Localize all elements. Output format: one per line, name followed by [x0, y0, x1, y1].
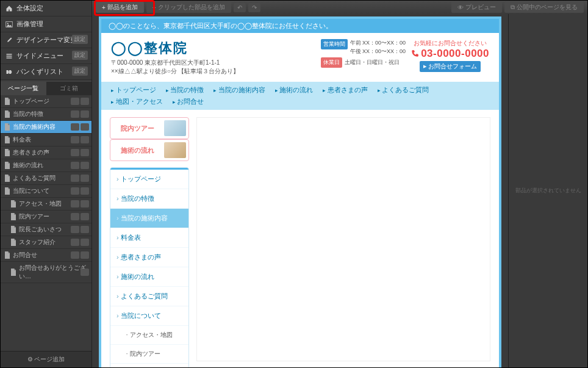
add-part-button[interactable]: +部品を追加 [96, 2, 144, 13]
site-canvas: ◯◯のことなら、東京都千代田区大手町の◯◯整体院にお任せください。 ◯◯整体院 … [99, 16, 501, 367]
main-area: +部品を追加 +クリップした部品を追加 ↶ ↷ 👁プレビュー ⧉公開中のページを… [92, 1, 587, 367]
toolbar: +部品を追加 +クリップした部品を追加 ↶ ↷ 👁プレビュー ⧉公開中のページを… [92, 1, 587, 14]
home-icon [5, 5, 13, 12]
page-settings-button[interactable] [71, 162, 79, 169]
page-item[interactable]: よくあるご質問 [1, 172, 91, 185]
side-menu-item[interactable]: 当院について [110, 306, 188, 326]
page-edit-button[interactable] [81, 136, 89, 143]
page-item[interactable]: 施術の流れ [1, 159, 91, 172]
main-content-area [196, 117, 490, 361]
page-settings-button[interactable] [71, 175, 79, 182]
page-item[interactable]: 院内ツアー [1, 211, 91, 223]
page-edit-button[interactable] [81, 226, 89, 233]
page-icon [4, 149, 10, 156]
canvas-scroll[interactable]: ◯◯のことなら、東京都千代田区大手町の◯◯整体院にお任せください。 ◯◯整体院 … [92, 14, 508, 367]
gnav-item[interactable]: トップページ [107, 85, 160, 95]
nav-label: 画像管理 [16, 20, 43, 29]
feature-label: 院内ツアー [113, 124, 162, 133]
nav-item-0[interactable]: 全体設定 [1, 1, 91, 16]
side-menu-item[interactable]: 院内ツアー [110, 345, 188, 364]
view-public-button[interactable]: ⧉公開中のページを見る [504, 2, 584, 13]
page-item[interactable]: 料金表 [1, 134, 91, 146]
page-add-button[interactable]: ページ追加 [1, 351, 91, 367]
page-edit-button[interactable] [81, 187, 89, 195]
page-edit-button[interactable] [81, 98, 89, 105]
undo-icon: ↶ [237, 4, 242, 11]
gnav-item[interactable]: お問合せ [169, 97, 208, 106]
side-menu-item[interactable]: 院長ごあいさつ [110, 364, 188, 367]
page-settings-button[interactable] [71, 123, 79, 131]
nav-item-3[interactable]: サイドメニュー設定 [1, 48, 91, 64]
page-edit-button[interactable] [81, 110, 89, 118]
page-settings-button[interactable] [71, 136, 79, 143]
side-menu-item[interactable]: アクセス・地図 [110, 326, 188, 345]
nav-item-1[interactable]: 画像管理 [1, 16, 91, 32]
side-menu-item[interactable]: 患者さまの声 [110, 248, 188, 267]
page-item[interactable]: 当院の施術内容 [1, 121, 91, 134]
page-edit-button[interactable] [81, 123, 89, 131]
page-item[interactable]: トップページ [1, 95, 91, 108]
page-settings-button[interactable] [71, 110, 79, 118]
plus-icon: + [102, 4, 106, 11]
preview-button[interactable]: 👁プレビュー [451, 2, 502, 13]
nav-item-4[interactable]: パンくずリスト設定 [1, 64, 91, 80]
page-item[interactable]: 当院について [1, 185, 91, 198]
page-settings-button[interactable] [71, 200, 79, 207]
nav-badge[interactable]: 設定 [72, 67, 88, 76]
page-edit-button[interactable] [81, 239, 89, 246]
page-item[interactable]: 院長ごあいさつ [1, 223, 91, 236]
redo-button[interactable]: ↷ [248, 3, 260, 12]
gnav-item[interactable]: 当院の施術内容 [210, 85, 269, 95]
page-label: 患者さまの声 [13, 148, 49, 157]
page-settings-button[interactable] [71, 149, 79, 156]
page-icon [10, 200, 16, 207]
page-settings-button[interactable] [71, 251, 79, 259]
nav-badge[interactable]: 設定 [72, 35, 88, 44]
svg-point-1 [7, 23, 9, 24]
page-tabs: ページ一覧 ゴミ箱 [1, 81, 91, 95]
page-settings-button[interactable] [71, 98, 79, 105]
page-label: 当院の特徴 [13, 110, 43, 118]
tab-pages[interactable]: ページ一覧 [1, 81, 46, 95]
page-icon [4, 98, 10, 105]
gnav-item[interactable]: 施術の流れ [271, 85, 317, 95]
gnav-item[interactable]: 地図・アクセス [107, 97, 167, 106]
nav-item-2[interactable]: デザインテーマ変更設定 [1, 32, 91, 48]
page-item[interactable]: 当院の特徴 [1, 108, 91, 121]
page-icon [4, 187, 10, 195]
page-item[interactable]: 患者さまの声 [1, 146, 91, 159]
page-edit-button[interactable] [81, 200, 89, 207]
side-menu-item[interactable]: 施術の流れ [110, 267, 188, 287]
page-item[interactable]: アクセス・地図 [1, 198, 91, 211]
side-menu-item[interactable]: 当院の施術内容 [110, 209, 188, 228]
nav-badge[interactable]: 設定 [72, 51, 88, 60]
page-icon [4, 136, 10, 143]
page-settings-button[interactable] [71, 239, 79, 246]
page-edit-button[interactable] [81, 269, 89, 276]
add-clipped-button[interactable]: +クリップした部品を追加 [146, 2, 231, 13]
side-menu-item[interactable]: よくあるご質問 [110, 287, 188, 306]
gnav-item[interactable]: 当院の特徴 [162, 85, 208, 95]
undo-button[interactable]: ↶ [234, 3, 246, 12]
side-menu-item[interactable]: 料金表 [110, 228, 188, 248]
page-settings-button[interactable] [71, 226, 79, 233]
page-settings-button[interactable] [71, 187, 79, 195]
page-edit-button[interactable] [81, 213, 89, 220]
page-item[interactable]: スタッフ紹介 [1, 236, 91, 249]
page-item[interactable]: お問合せありがとうござい… [1, 262, 91, 283]
feature-card[interactable]: 院内ツアー [110, 117, 189, 139]
feature-card[interactable]: 施術の流れ [110, 139, 189, 161]
tab-trash[interactable]: ゴミ箱 [46, 81, 92, 95]
page-item[interactable]: お問合せ [1, 249, 91, 262]
page-icon [4, 110, 10, 118]
inquiry-button[interactable]: お問合せフォーム [420, 61, 481, 72]
page-edit-button[interactable] [81, 175, 89, 182]
side-menu-item[interactable]: トップページ [110, 170, 188, 189]
side-menu-item[interactable]: 当院の特徴 [110, 189, 188, 209]
page-settings-button[interactable] [71, 213, 79, 220]
page-edit-button[interactable] [81, 251, 89, 259]
page-edit-button[interactable] [81, 162, 89, 169]
gnav-item[interactable]: 患者さまの声 [319, 85, 371, 95]
gnav-item[interactable]: よくあるご質問 [374, 85, 433, 95]
page-edit-button[interactable] [81, 149, 89, 156]
